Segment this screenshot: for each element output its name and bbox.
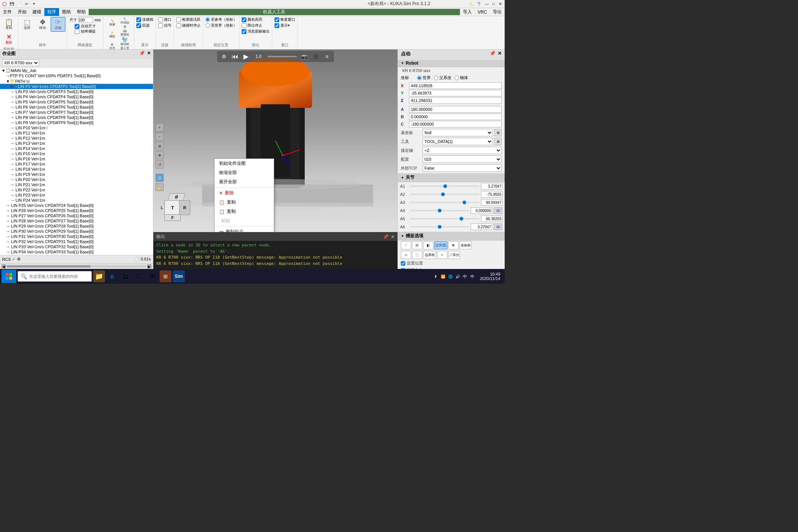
tree-item-lin17[interactable]: → LIN P17 Vel=1m (0, 161, 153, 167)
robot-selector[interactable]: KR 6 R700 sixx (2, 59, 39, 66)
snap-btn5[interactable]: ✻ (448, 241, 458, 249)
network-icon[interactable]: 🌐 (447, 273, 453, 279)
play-btn[interactable]: ▶ (241, 52, 251, 61)
parent-radio[interactable] (434, 76, 438, 80)
robot-section-header[interactable]: Robot (398, 59, 505, 67)
nav-top[interactable]: B (168, 193, 185, 201)
object-radio[interactable] (454, 76, 459, 80)
menu-start[interactable]: 开始 (15, 8, 30, 16)
restore-window-check[interactable] (274, 17, 279, 22)
track-check[interactable] (136, 23, 141, 28)
menu-drawing[interactable]: 图纸 (59, 8, 74, 16)
detector-active-check[interactable] (176, 17, 181, 22)
tree-item-lin34[interactable]: → LIN P34 Vel=1m/s CPDATP33 Tool[1] Base… (0, 249, 153, 255)
taskbar-explorer2[interactable]: 🗂 (120, 270, 132, 282)
collision-stop-check[interactable] (176, 23, 181, 28)
a1-slider[interactable] (410, 185, 480, 187)
right-close-icon[interactable]: ✕ (498, 51, 502, 57)
tree-item-lin25[interactable]: → LIN P25 Vel=1m/s CPDATP24 Tool[1] Base… (0, 203, 153, 208)
tree-item-lin11[interactable]: → LIN P11 Vel=1m (0, 130, 153, 136)
tree-item-lin14[interactable]: → LIN P14 Vel=1m (0, 146, 153, 151)
output-pin-icon[interactable]: 📌 (383, 234, 389, 239)
nav-front[interactable]: T (164, 200, 181, 215)
color-highlight-check[interactable] (242, 17, 246, 22)
scroll-left-btn[interactable]: ◄ (1, 264, 6, 269)
tree-item-lin33[interactable]: → LIN P33 Vel=1m/s CPDATP32 Tool[1] Base… (0, 244, 153, 249)
tree-item-lin24[interactable]: → LIN P24 Vel=1m (0, 198, 153, 203)
snap-btn-r2-4[interactable]: ≈ (437, 251, 447, 259)
ctx-expand-all[interactable]: 展开全部 (215, 177, 274, 187)
ctx-init-job[interactable]: 初始化作业图 (215, 159, 274, 168)
right-pin-icon[interactable]: 📌 (490, 51, 495, 57)
left-scrollbar[interactable]: ◄ ► (0, 263, 153, 269)
menu-build[interactable]: 建模 (30, 8, 44, 16)
snap-section-header[interactable]: 捕捉选项 (398, 232, 505, 241)
a4-to-btn[interactable]: 10 (494, 207, 502, 214)
tree-item-lin3[interactable]: → LIN P3 Vel=1m/s CPDATP3 Tool[1] Base[0… (0, 89, 153, 94)
tree-item-lin4[interactable]: → LIN P4 Vel=1m/s CPDATP4 Tool[1] Base[0… (0, 94, 153, 99)
c-input[interactable] (409, 121, 502, 127)
ref-coord-radio[interactable] (205, 17, 210, 22)
b-input[interactable] (409, 113, 502, 120)
settings-vp-icon[interactable]: ⚙ (219, 52, 229, 61)
help-icon[interactable]: ? (477, 1, 483, 7)
taskbar-file-explorer[interactable]: 📁 (93, 270, 105, 282)
snap-btn-r2-2[interactable]: ⬚ (412, 251, 422, 259)
taskbar-sim[interactable]: Sim (173, 270, 185, 282)
input-icon[interactable]: 中 (470, 273, 475, 279)
tree-item-lin21[interactable]: → LIN P21 Vel=1m (0, 182, 153, 187)
select-button[interactable]: ⬚ 选择 (20, 17, 34, 32)
output-close-icon[interactable]: ✕ (391, 234, 395, 239)
menu-import[interactable]: 导入 (460, 8, 475, 16)
a5-slider[interactable] (410, 218, 480, 219)
tree-item-lin32[interactable]: → LIN P32 Vel=1m/s CPDATP31 Tool[1] Base… (0, 239, 153, 244)
more-vp-icon[interactable]: ≡ (322, 52, 332, 61)
menu-export[interactable]: 导出 (490, 8, 505, 16)
a5-value[interactable] (481, 215, 502, 222)
a3-value[interactable] (481, 199, 502, 206)
zoom-out-btn[interactable]: − (156, 133, 164, 141)
nav-left-label[interactable]: L (161, 205, 163, 210)
tree-item-lin12[interactable]: → LIN P12 Vel=1m (0, 136, 153, 141)
connect-check[interactable] (136, 17, 141, 22)
measure-button[interactable]: 📏 测量 (106, 17, 118, 29)
tree-item-lin5[interactable]: → LIN P5 Vel=1m/s CPDATP5 Tool[1] Base[0… (0, 99, 153, 105)
tree-item-ptp1[interactable]: → PTP P1 CONT Vel=100% PDATP1 Tool[1] Ba… (0, 73, 153, 78)
a-input[interactable] (409, 106, 502, 113)
ctx-copy2[interactable]: 📋 复制 (215, 207, 274, 216)
calibrate-button[interactable]: 🔧 环境校准 (119, 17, 131, 29)
scrollbar-track[interactable] (7, 265, 146, 267)
copy-button[interactable]: 📋 复制 (1, 17, 16, 32)
a1-value[interactable] (481, 183, 502, 190)
object-radio-label[interactable]: 物体 (454, 75, 468, 81)
a6-to-btn[interactable]: 10 (494, 224, 502, 230)
snap-btn2[interactable]: ⊟ (412, 241, 422, 249)
tool-select[interactable]: TOOL_DATA[1] (423, 138, 493, 145)
taskbar-search[interactable]: 🔍 在这里输入你要搜索的内容 (18, 271, 92, 282)
start-snap-check[interactable] (75, 29, 79, 34)
tree-item-lin13[interactable]: → LIN P13 Vel=1m (0, 141, 153, 146)
tree-item-lin6[interactable]: → LIN P6 Vel=1m/s CPDATP6 Tool[1] Base[0… (0, 105, 153, 110)
snap-vp-btn[interactable]: ⊡ (156, 174, 164, 182)
tree-item-main[interactable]: ▼ 📋 MAIN My_Job (0, 68, 153, 73)
tree-item-lin31[interactable]: → LIN P31 Vel=1m/s CPDATP30 Tool[1] Base… (0, 234, 153, 239)
quick-access[interactable]: ▼ (31, 1, 37, 7)
a4-slider[interactable] (410, 210, 469, 211)
limit-stop-check[interactable] (242, 23, 246, 28)
menu-file[interactable]: 文件 (0, 8, 15, 16)
console-output-check[interactable] (242, 29, 246, 34)
tree-item-lin28[interactable]: → LIN P28 Vel=1m/s CPDATP27 Tool[1] Base… (0, 218, 153, 224)
tree-item-lin15[interactable]: → LIN P15 Vel=1m (0, 151, 153, 156)
tray-icon-2[interactable]: 📶 (440, 273, 446, 279)
x-input[interactable] (409, 82, 502, 89)
auto-size-check[interactable] (75, 24, 79, 29)
taskbar-edge[interactable]: e (106, 270, 118, 282)
minimize-button[interactable]: — (484, 1, 490, 7)
tree-item-lin8[interactable]: → LIN P8 Vel=1m/s CPDATP8 Tool[1] Base[0… (0, 115, 153, 120)
taskbar-clock[interactable]: 10:49 2020/11/14 (477, 272, 503, 281)
ctx-collapse-all[interactable]: 收缩全部 (215, 168, 274, 177)
tray-icon-1[interactable]: ⬆ (433, 273, 439, 279)
config-select[interactable]: 010 (423, 156, 502, 163)
snap-origin-btn[interactable]: ⊕ (401, 251, 411, 259)
world-radio[interactable] (417, 76, 422, 80)
